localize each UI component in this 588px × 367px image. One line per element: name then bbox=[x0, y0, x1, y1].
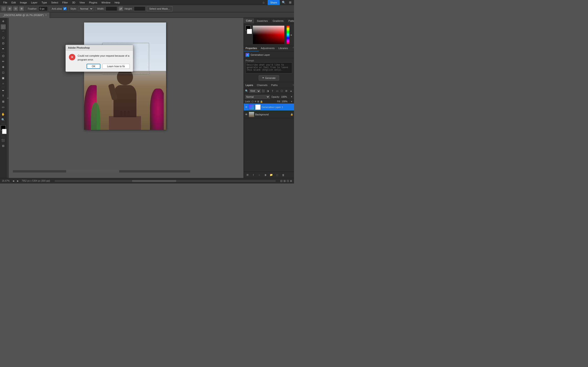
tab-properties[interactable]: Properties bbox=[244, 46, 259, 51]
clone-tool[interactable]: ⊕ bbox=[1, 65, 6, 69]
new-group-icon[interactable]: 📁 bbox=[269, 173, 274, 177]
tab-paths[interactable]: Paths bbox=[269, 83, 279, 87]
tab-layers[interactable]: Layers bbox=[244, 83, 255, 87]
home-icon[interactable]: ⌂ bbox=[261, 0, 266, 5]
select-subject-tool[interactable]: ⬡ bbox=[1, 35, 6, 40]
tab-adjustments[interactable]: Adjustments bbox=[259, 46, 277, 51]
canvas-nav-right[interactable]: ▶ bbox=[17, 180, 19, 182]
menu-view[interactable]: View bbox=[78, 1, 87, 4]
tab-libraries[interactable]: Libraries bbox=[277, 46, 290, 51]
status-icon-2[interactable]: ⊞ bbox=[284, 179, 286, 183]
lasso-tool[interactable]: ⌒ bbox=[1, 30, 6, 35]
tab-gradients[interactable]: Gradients bbox=[270, 19, 286, 23]
canvas-scrollbar[interactable] bbox=[13, 170, 190, 173]
tab-patterns[interactable]: Patterns bbox=[286, 19, 294, 23]
blend-mode-select[interactable]: Normal bbox=[245, 95, 270, 99]
status-icon-3[interactable]: ⊡ bbox=[287, 179, 289, 183]
type-filter-icon[interactable]: T bbox=[270, 89, 275, 93]
status-icon-1[interactable]: ⊟ bbox=[280, 179, 283, 183]
link-layers-icon[interactable]: ⊞ bbox=[245, 173, 250, 177]
screen-mode-tool[interactable]: ⊟ bbox=[1, 143, 6, 148]
lock-checkerboard-icon[interactable]: ⬡ bbox=[251, 100, 254, 103]
generate-button[interactable]: ✦ Generate bbox=[259, 75, 279, 81]
shape-tool[interactable]: ▭ bbox=[1, 105, 6, 110]
pen-tool[interactable]: ✒ bbox=[1, 88, 6, 93]
menu-type[interactable]: Type bbox=[40, 1, 49, 4]
lock-all-icon[interactable]: 🔒 bbox=[260, 100, 263, 103]
new-adjustment-icon[interactable]: ◑ bbox=[263, 173, 268, 177]
color-spectrum[interactable] bbox=[287, 26, 289, 44]
zoom-tool[interactable]: 🔍 bbox=[1, 117, 6, 122]
crop-tool[interactable]: ⊡ bbox=[1, 41, 6, 46]
scrollbar-horizontal[interactable] bbox=[55, 180, 276, 182]
new-selection-icon[interactable]: □ bbox=[1, 6, 6, 11]
pixel-filter-icon[interactable]: ⬛ bbox=[261, 89, 265, 93]
layers-panel-menu-icon[interactable]: ≡ bbox=[293, 84, 294, 86]
layer-row-background[interactable]: 👁 Background 🔒 bbox=[244, 111, 294, 118]
menu-plugins[interactable]: Plugins bbox=[87, 1, 99, 4]
delete-layer-icon[interactable]: 🗑 bbox=[281, 173, 285, 177]
add-mask-icon[interactable]: ○ bbox=[257, 173, 262, 177]
feather-input[interactable] bbox=[39, 6, 48, 11]
arrange-icon[interactable]: ⊞ bbox=[288, 0, 293, 5]
dialog-learn-button[interactable]: Learn how to fix bbox=[102, 64, 130, 69]
width-input[interactable] bbox=[106, 6, 117, 11]
search-icon[interactable]: 🔍 bbox=[281, 0, 286, 5]
opacity-value[interactable]: 100% bbox=[281, 96, 289, 98]
shape-filter-icon[interactable]: ▭ bbox=[275, 89, 279, 93]
spot-healing-tool[interactable]: ⌬ bbox=[1, 53, 6, 58]
menu-3d[interactable]: 3D bbox=[70, 1, 77, 4]
layer-vis-background[interactable]: 👁 bbox=[245, 113, 248, 116]
scrollbar-thumb[interactable] bbox=[132, 180, 176, 182]
fill-chevron[interactable]: ▼ bbox=[291, 100, 293, 103]
menu-image[interactable]: Image bbox=[18, 1, 29, 4]
menu-edit[interactable]: Edit bbox=[10, 1, 18, 4]
close-tab-icon[interactable]: ✕ bbox=[45, 14, 47, 16]
prompt-textarea[interactable] bbox=[246, 62, 292, 73]
menu-filter[interactable]: Filter bbox=[61, 1, 69, 4]
adjustment-filter-icon[interactable]: ◑ bbox=[266, 89, 270, 93]
select-mask-button[interactable]: Select and Mask... bbox=[147, 6, 173, 11]
menu-layer[interactable]: Layer bbox=[29, 1, 39, 4]
brush-tool[interactable]: ✏ bbox=[1, 59, 6, 64]
layer-vis-generative[interactable]: 👁 bbox=[245, 106, 248, 109]
lock-artboard-icon[interactable]: ⊞ bbox=[257, 100, 259, 103]
height-input[interactable] bbox=[134, 6, 145, 11]
share-button[interactable]: Share bbox=[268, 0, 280, 5]
dialog-ok-button[interactable]: OK bbox=[86, 64, 100, 69]
ruler-tool[interactable]: ⊞ bbox=[1, 99, 6, 104]
tab-swatches[interactable]: Swatches bbox=[254, 19, 270, 23]
move-tool[interactable]: ✛ bbox=[1, 19, 6, 24]
new-layer-icon[interactable]: □ bbox=[275, 173, 279, 177]
menu-window[interactable]: Window bbox=[100, 1, 112, 4]
style-select[interactable]: Normal bbox=[78, 6, 93, 11]
swap-icon[interactable]: ⇄ bbox=[119, 6, 123, 11]
marquee-tool[interactable]: ⬚ bbox=[1, 24, 6, 29]
hand-tool[interactable]: ✋ bbox=[1, 112, 6, 117]
quick-mask-tool[interactable]: ⬛ bbox=[1, 138, 6, 143]
layer-row-generative[interactable]: 👁 Generative Layer 1 bbox=[244, 103, 294, 111]
add-selection-icon[interactable]: ⊞ bbox=[7, 6, 12, 11]
intersect-selection-icon[interactable]: ⊠ bbox=[19, 6, 24, 11]
tab-channels[interactable]: Channels bbox=[255, 83, 269, 87]
fill-value[interactable]: 100% bbox=[282, 100, 290, 103]
eyedropper-tool[interactable]: ✒ bbox=[1, 46, 6, 51]
opacity-chevron[interactable]: ▼ bbox=[291, 96, 293, 98]
filter-toggle-icon[interactable]: ● bbox=[289, 89, 293, 93]
type-tool[interactable]: T bbox=[1, 94, 6, 99]
canvas-nav-left[interactable]: ◀ bbox=[12, 180, 14, 182]
left-panel-collapse[interactable]: ◀ bbox=[6, 18, 9, 178]
menu-help[interactable]: Help bbox=[113, 1, 122, 4]
document-tab[interactable]: _DSC8763.ARW @ 16.7% (RGB/8*) ✕ bbox=[0, 12, 50, 18]
menu-select[interactable]: Select bbox=[49, 1, 60, 4]
color-gradient-area[interactable] bbox=[253, 26, 284, 44]
bg-color-swatch[interactable] bbox=[247, 29, 252, 34]
status-icon-4[interactable]: ⊕ bbox=[290, 179, 292, 183]
tab-color[interactable]: Color bbox=[244, 18, 254, 23]
eraser-tool[interactable]: ◻ bbox=[1, 70, 6, 75]
antialias-checkbox[interactable] bbox=[63, 7, 66, 10]
gradient-tool[interactable]: ▣ bbox=[1, 75, 6, 81]
subtract-selection-icon[interactable]: ⊟ bbox=[13, 6, 18, 11]
artboard-filter-icon[interactable]: ⊞ bbox=[284, 89, 288, 93]
properties-panel-menu-icon[interactable]: ≡ bbox=[293, 46, 294, 51]
